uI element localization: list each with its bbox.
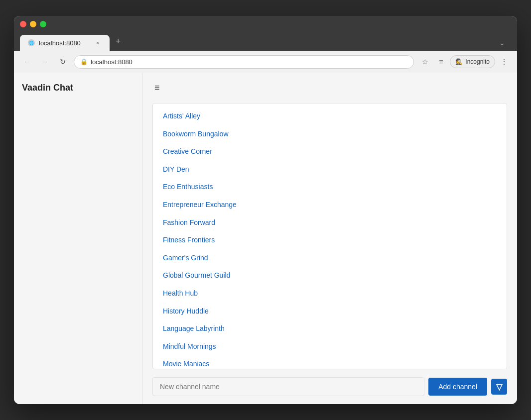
channel-list-item[interactable]: Language Labyrinth (153, 320, 507, 338)
tab-bar: 🌐 localhost:8080 × + ⌄ (20, 32, 511, 51)
bookmark-icon[interactable]: ☆ (418, 55, 432, 69)
address-bar-row: ← → ↻ 🔒 localhost:8080 ☆ ≡ 🕵 Incognito ⋮ (14, 51, 517, 73)
address-field[interactable]: 🔒 localhost:8080 (74, 55, 414, 69)
active-tab[interactable]: 🌐 localhost:8080 × (20, 35, 110, 51)
minimize-traffic-light[interactable] (30, 21, 36, 27)
channel-list-item[interactable]: Fashion Forward (153, 214, 507, 232)
app-content: Vaadin Chat ≡ Artists' AlleyBookworm Bun… (14, 73, 517, 404)
maximize-traffic-light[interactable] (40, 21, 46, 27)
back-button[interactable]: ← (20, 55, 34, 69)
channel-list-item[interactable]: History Huddle (153, 303, 507, 320)
lock-icon: 🔒 (80, 58, 88, 65)
tab-label: localhost:8080 (39, 39, 81, 47)
incognito-icon: 🕵 (455, 58, 463, 65)
hamburger-menu-icon[interactable]: ≡ (152, 81, 162, 95)
tab-close-button[interactable]: × (94, 39, 102, 47)
more-options-icon[interactable]: ⋮ (497, 55, 511, 69)
channel-list-item[interactable]: Artists' Alley (153, 107, 507, 125)
vaadin-icon: ▽ (491, 379, 507, 395)
channel-list-item[interactable]: Gamer's Grind (153, 249, 507, 267)
app-title: Vaadin Chat (22, 83, 134, 93)
new-channel-input[interactable] (152, 377, 424, 396)
traffic-lights (20, 21, 511, 27)
channel-list-item[interactable]: Health Hub (153, 285, 507, 303)
incognito-label: Incognito (465, 58, 490, 65)
channel-list-item[interactable]: Eco Enthusiasts (153, 178, 507, 196)
forward-button[interactable]: → (38, 55, 52, 69)
close-traffic-light[interactable] (20, 21, 26, 27)
bottom-bar: Add channel ▽ (142, 369, 517, 404)
reading-mode-icon[interactable]: ≡ (434, 55, 448, 69)
channel-list-item[interactable]: DIY Den (153, 161, 507, 179)
channel-list-item[interactable]: Creative Corner (153, 143, 507, 161)
channel-list-item[interactable]: Fitness Frontiers (153, 231, 507, 249)
main-header: ≡ (142, 73, 517, 103)
tab-favicon: 🌐 (28, 39, 35, 46)
channel-list-item[interactable]: Entrepreneur Exchange (153, 196, 507, 214)
channel-list-container: Artists' AlleyBookworm BungalowCreative … (152, 103, 507, 369)
new-tab-button[interactable]: + (110, 32, 127, 51)
refresh-button[interactable]: ↻ (56, 55, 70, 69)
tab-more-button[interactable]: ⌄ (493, 35, 511, 51)
toolbar-icons: ☆ ≡ 🕵 Incognito ⋮ (418, 55, 511, 69)
channel-list-item[interactable]: Bookworm Bungalow (153, 125, 507, 143)
incognito-button[interactable]: 🕵 Incognito (450, 55, 495, 68)
sidebar: Vaadin Chat (14, 73, 142, 404)
browser-chrome: 🌐 localhost:8080 × + ⌄ (14, 16, 517, 51)
channel-list: Artists' AlleyBookworm BungalowCreative … (153, 104, 507, 369)
browser-window: 🌐 localhost:8080 × + ⌄ ← → ↻ 🔒 localhost… (14, 16, 517, 404)
main-area: ≡ Artists' AlleyBookworm BungalowCreativ… (142, 73, 517, 404)
url-text: localhost:8080 (91, 58, 133, 66)
channel-list-item[interactable]: Movie Maniacs (153, 355, 507, 369)
channel-list-item[interactable]: Mindful Mornings (153, 338, 507, 356)
add-channel-button[interactable]: Add channel (428, 378, 487, 396)
channel-list-item[interactable]: Global Gourmet Guild (153, 267, 507, 285)
